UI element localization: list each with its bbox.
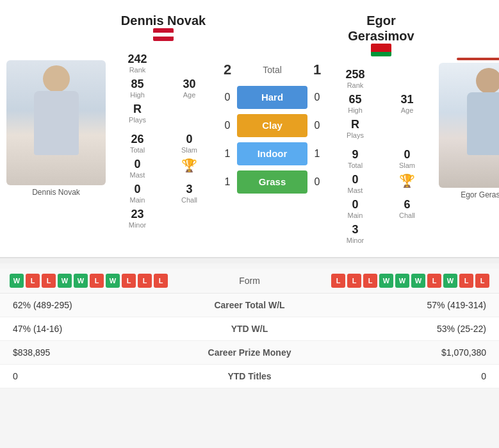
grass-score-left: 1	[218, 176, 237, 188]
player2-ytd-wl: 53% (25-22)	[314, 324, 487, 334]
player1-stats-grid: 242 Rank 85 High 30 Age R Plays	[115, 53, 211, 124]
player1-titles-grid: 26 Total 0 Slam 0 Mast 🏆	[115, 133, 211, 229]
indoor-row: 1 Indoor 1	[218, 142, 327, 165]
player1-minor-cell: 23 Minor	[115, 208, 160, 229]
clay-score-right: 0	[307, 120, 327, 131]
player2-form-badges: LLLWWWLWLL	[288, 274, 490, 288]
form-badge: W	[58, 274, 72, 288]
player1-ytd-wl: 47% (14-16)	[13, 324, 186, 334]
ytd-wl-label: YTD W/L	[186, 324, 314, 334]
player1-mast-value: 0	[134, 158, 140, 171]
player1-photo-label: Dennis Novak	[32, 188, 80, 197]
player1-high-value: 85	[115, 78, 160, 91]
form-badge: L	[42, 274, 56, 288]
player2-main-value: 0	[333, 198, 377, 212]
player1-career-wl: 62% (489-295)	[13, 300, 186, 310]
player2-chall-cell: 6 Chall	[385, 198, 429, 219]
court-section: 2 Total 1 0 Hard 0 0 Clay 0 1 Indoor 1	[215, 6, 330, 251]
player1-rank-spacer	[167, 53, 211, 74]
player1-ytd-titles: 0	[13, 371, 186, 381]
player2-high-value: 65	[333, 93, 377, 106]
form-badge: L	[363, 274, 377, 288]
player1-mast-cell: 0 Mast	[115, 158, 160, 179]
player1-total-label: Total	[115, 146, 160, 154]
player2-high-cell: 65 High	[333, 93, 377, 114]
player2-chall-value: 6	[385, 198, 429, 212]
prize-label: Career Prize Money	[186, 347, 314, 358]
form-badge: W	[10, 274, 24, 288]
player1-high-label: High	[115, 91, 160, 99]
player1-rank-cell: 242 Rank	[115, 53, 160, 74]
player1-plays-value: R	[115, 103, 160, 116]
player1-main-cell: 0 Main	[115, 183, 160, 204]
player2-photo-label: Egor Gerasimov	[461, 190, 499, 199]
player2-total-value: 9	[333, 148, 377, 162]
form-badge: L	[331, 274, 345, 288]
player2-name-block: Egor Gerasimov	[333, 13, 429, 59]
player1-main-label: Main	[115, 196, 160, 204]
form-badge: L	[347, 274, 361, 288]
form-badge: L	[26, 274, 40, 288]
player1-age-label: Age	[167, 91, 211, 99]
player1-slam-cell: 0 Slam	[167, 133, 211, 154]
player2-slam-label: Slam	[385, 162, 429, 169]
player2-slam-cell: 0 Slam	[385, 148, 429, 169]
player1-main-value: 0	[115, 183, 160, 196]
indoor-button[interactable]: Indoor	[237, 142, 307, 165]
player2-total-label: Total	[333, 162, 377, 169]
player1-name-block: Dennis Novak	[121, 13, 206, 44]
player2-stats-grid: 258 Rank 65 High 31 Age R Plays	[333, 68, 429, 139]
form-badge: W	[443, 274, 457, 288]
player2-high-label: High	[333, 106, 377, 114]
player1-flag	[153, 28, 174, 41]
hard-button[interactable]: Hard	[237, 86, 307, 109]
player1-age-value: 30	[167, 78, 211, 91]
player2-trophy-icon-cell: 🏆	[385, 173, 429, 194]
player1-plays-cell: R Plays	[115, 103, 160, 124]
player2-mast-value: 0	[352, 173, 358, 187]
ytd-titles-row: 0 YTD Titles 0	[0, 365, 499, 388]
player2-age-cell: 31 Age	[385, 93, 429, 114]
player1-slam-value: 0	[167, 133, 211, 146]
player1-minor-label: Minor	[115, 221, 160, 229]
form-badge: W	[395, 274, 409, 288]
total-label: Total	[237, 65, 307, 75]
grass-button[interactable]: Grass	[237, 170, 307, 194]
total-row: 2 Total 1	[218, 62, 327, 78]
player2-plays-cell: R Plays	[333, 118, 377, 139]
player1-chall-value: 3	[167, 183, 211, 196]
ytd-titles-label: YTD Titles	[186, 371, 314, 381]
player2-silhouette	[439, 63, 499, 188]
player1-silhouette	[6, 60, 106, 185]
main-container: Dennis Novak Dennis Novak 242 Rank	[0, 0, 499, 388]
rank-bar	[457, 58, 500, 60]
hard-row: 0 Hard 0	[218, 86, 327, 109]
player2-photo-area: Egor Gerasimov	[432, 6, 499, 251]
form-label: Form	[211, 276, 288, 286]
player2-name: Egor Gerasimov	[333, 13, 429, 44]
top-section: Dennis Novak Dennis Novak 242 Rank	[0, 0, 499, 258]
form-badge: L	[122, 274, 136, 288]
career-wl-row: 62% (489-295) Career Total W/L 57% (419-…	[0, 294, 499, 317]
form-badge: L	[459, 274, 473, 288]
form-badge: W	[74, 274, 88, 288]
form-badge: L	[475, 274, 489, 288]
grass-row: 1 Grass 0	[218, 170, 327, 194]
player1-slam-label: Slam	[167, 146, 211, 154]
form-badge: W	[379, 274, 393, 288]
player2-mast-label: Mast	[348, 187, 363, 194]
total-score-left: 2	[218, 62, 237, 78]
form-badge: L	[154, 274, 168, 288]
ytd-wl-row: 47% (14-16) YTD W/L 53% (25-22)	[0, 317, 499, 341]
hard-score-left: 0	[218, 92, 237, 103]
indoor-score-left: 1	[218, 148, 237, 160]
player2-career-wl: 57% (419-314)	[314, 300, 487, 310]
prize-row: $838,895 Career Prize Money $1,070,380	[0, 341, 499, 365]
career-wl-label: Career Total W/L	[186, 300, 314, 310]
clay-score-left: 0	[218, 120, 237, 131]
clay-button[interactable]: Clay	[237, 114, 307, 137]
indoor-score-right: 1	[307, 148, 327, 160]
player1-total-value: 26	[115, 133, 160, 146]
player1-rank-value: 242	[115, 53, 160, 66]
form-badge: L	[138, 274, 152, 288]
